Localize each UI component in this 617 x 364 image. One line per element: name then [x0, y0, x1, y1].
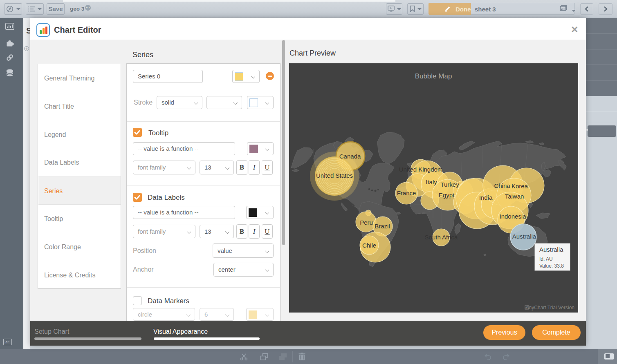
svg-text:Australia: Australia [512, 233, 536, 240]
svg-text:Id: AU: Id: AU [539, 256, 553, 262]
svg-text:South Africa: South Africa [425, 234, 458, 241]
svg-text:United Kingdom: United Kingdom [399, 166, 443, 173]
svg-text:China: China [494, 182, 510, 189]
svg-text:Egypt: Egypt [439, 192, 455, 199]
svg-text:AnyChart Trial Version: AnyChart Trial Version [526, 305, 574, 310]
svg-text:Chile: Chile [362, 242, 376, 249]
svg-text:Peru: Peru [360, 219, 373, 226]
svg-text:Korea: Korea [512, 183, 528, 190]
svg-text:Turkey: Turkey [440, 181, 459, 188]
svg-text:Value: 33.8: Value: 33.8 [539, 263, 564, 269]
svg-text:Brazil: Brazil [375, 223, 390, 230]
svg-text:Taiwan: Taiwan [505, 193, 524, 200]
svg-text:Australia: Australia [539, 246, 563, 253]
svg-text:France: France [397, 190, 416, 197]
svg-text:Italy: Italy [426, 179, 437, 185]
svg-text:Canada: Canada [339, 153, 361, 160]
svg-text:Bubble Map: Bubble Map [415, 72, 452, 80]
svg-text:United States: United States [316, 172, 353, 179]
svg-text:India: India [479, 194, 493, 201]
svg-text:Indonesia: Indonesia [499, 213, 526, 220]
